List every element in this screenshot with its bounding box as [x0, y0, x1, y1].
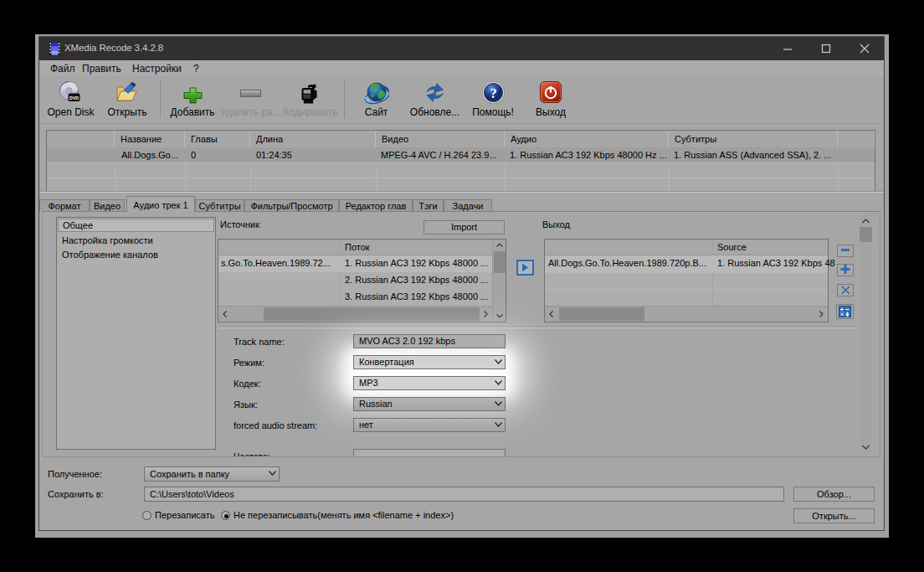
- svg-text:?: ?: [490, 85, 496, 101]
- svg-text:DVD: DVD: [69, 95, 80, 100]
